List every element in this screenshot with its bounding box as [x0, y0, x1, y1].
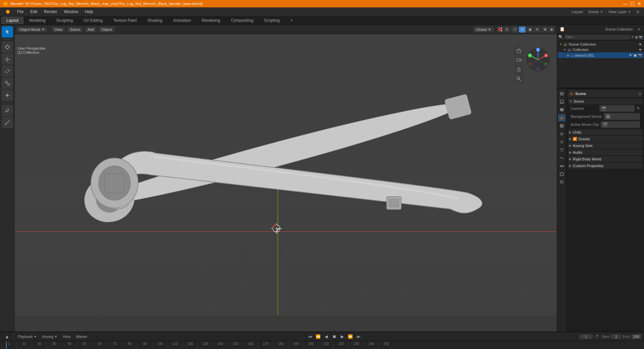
window-menu[interactable]: Window [61, 9, 81, 15]
global-orientation[interactable]: Global ▼ [473, 27, 494, 32]
minimize-btn[interactable]: — [623, 1, 628, 6]
step-back-btn[interactable]: ⏪ [315, 333, 322, 340]
wrench-eye[interactable]: 👁 [629, 53, 632, 57]
modifier-props-icon[interactable] [558, 138, 566, 146]
grid-canvas[interactable]: User Perspective (1) Collection [15, 34, 557, 332]
stop-btn[interactable]: ⏹ [331, 333, 338, 340]
scene-selector[interactable]: Scene ▼ [586, 10, 605, 14]
tool-transform[interactable] [2, 90, 13, 101]
keying-menu[interactable]: Keying ▼ [40, 334, 59, 339]
gravity-section-header[interactable]: ▶ Gravity [568, 136, 643, 142]
close-btn[interactable]: ✕ [637, 1, 641, 6]
outliner-view-icon[interactable]: 📋 [558, 26, 566, 33]
tool-measure[interactable] [2, 117, 13, 128]
tool-scale[interactable] [2, 78, 13, 89]
outliner-item-scene-collection[interactable]: ▼ 🗂 Scene Collection 👁 [558, 42, 643, 47]
rigid-body-section-header[interactable]: ▶ Rigid Body World [568, 156, 643, 162]
tab-animation[interactable]: Animation [168, 17, 196, 24]
jump-end-btn[interactable]: ⏭ [355, 333, 362, 340]
timeline-expand-icon[interactable]: ▲ [3, 334, 11, 340]
solid-shading-btn[interactable]: ● [519, 27, 526, 33]
wrench-select[interactable]: ▣ [634, 53, 637, 57]
physics-props-icon[interactable] [558, 154, 566, 162]
filter-icon[interactable]: ≡ [635, 26, 643, 33]
outliner-item-wrench[interactable]: ▶ △ wrench.001 👁 ▣ 📷 [558, 52, 643, 58]
material-shading-btn[interactable]: ◑ [526, 27, 533, 33]
scene-dropdown-icon[interactable]: ▼ [600, 10, 603, 13]
step-forward-btn[interactable]: ⏩ [347, 333, 354, 340]
playback-menu[interactable]: Playback ▼ [16, 334, 39, 339]
object-props-icon[interactable] [558, 130, 566, 138]
tab-modeling[interactable]: Modeling [24, 17, 51, 24]
edit-menu[interactable]: Edit [28, 9, 40, 15]
units-section-header[interactable]: ▶ Units [568, 129, 643, 135]
search-btn[interactable] [515, 74, 523, 83]
scene-section-header[interactable]: ▼ Scene [568, 98, 643, 104]
select-menu-btn[interactable]: Select [67, 27, 83, 32]
tool-annotate[interactable] [2, 105, 13, 116]
audio-section-header[interactable]: ▶ Audio [568, 149, 643, 155]
data-props-icon[interactable] [558, 170, 566, 178]
bg-scene-value[interactable]: 🗂 [604, 113, 640, 120]
maximize-btn[interactable]: ☐ [630, 1, 635, 6]
camera-edit-icon[interactable]: ✎ [637, 106, 640, 111]
clock-icon[interactable]: ⏱ [594, 334, 600, 340]
tab-texture-paint[interactable]: Texture Paint [108, 17, 142, 24]
object-mode-selector[interactable]: Object Mode ▼ [17, 27, 47, 32]
particles-props-icon[interactable] [558, 146, 566, 154]
tab-rendering[interactable]: Rendering [197, 17, 225, 24]
play-reverse-btn[interactable]: ◀ [323, 333, 330, 340]
collection-eye[interactable]: 👁 [639, 48, 642, 52]
movie-clip-value[interactable]: 🎬 [601, 121, 640, 128]
end-frame-input[interactable]: 250 [631, 334, 641, 339]
xray-toggle[interactable]: ◈ [549, 27, 555, 33]
wrench-render[interactable]: 📷 [638, 53, 642, 57]
mode-dropdown[interactable]: ▼ [42, 28, 45, 31]
tool-cursor[interactable] [2, 41, 13, 53]
scene-collection-eye[interactable]: 👁 [639, 43, 642, 46]
tab-scripting[interactable]: Scripting [259, 17, 285, 24]
snap-icon[interactable]: 🧲 [497, 27, 503, 33]
file-menu[interactable]: File [14, 9, 26, 15]
output-props-icon[interactable] [558, 98, 566, 105]
tab-add-new[interactable]: + [285, 17, 298, 24]
wireframe-shading-btn[interactable]: ⬡ [512, 27, 518, 33]
constraints-props-icon[interactable] [558, 162, 566, 170]
start-frame-input[interactable]: 1 [611, 334, 621, 339]
view-layer-dropdown-icon[interactable]: ▼ [628, 10, 631, 13]
world-props-icon[interactable] [558, 122, 566, 130]
proportional-edit-icon[interactable]: ⊙ [504, 27, 510, 33]
outliner-search-input[interactable] [565, 35, 630, 39]
tab-uv-editing[interactable]: UV Editing [78, 17, 108, 24]
tab-sculpting[interactable]: Sculpting [51, 17, 78, 24]
blender-menu[interactable]: 🔶 [3, 9, 13, 15]
tab-shading[interactable]: Shading [143, 17, 167, 24]
rendered-shading-btn[interactable]: ☀ [534, 27, 540, 33]
keying-section-header[interactable]: ▶ Keying Sets [568, 143, 643, 149]
render-props-icon[interactable] [558, 90, 566, 97]
marker-menu[interactable]: Marker [74, 334, 90, 339]
play-btn[interactable]: ▶ [339, 333, 346, 340]
current-frame-input[interactable]: 1 [579, 334, 593, 339]
tool-select[interactable] [2, 26, 13, 38]
view-menu-btn[interactable]: View [52, 27, 65, 32]
select-filter-icon[interactable]: ▣ [635, 35, 638, 39]
render-filter-icon[interactable]: 📷 [639, 35, 643, 39]
camera-value[interactable]: 📷 [599, 105, 635, 112]
eye-filter-icon[interactable]: 👁 [631, 35, 634, 39]
render-menu[interactable]: Render [41, 9, 60, 15]
gravity-checkbox[interactable] [573, 137, 577, 141]
camera-view-btn[interactable] [515, 56, 523, 64]
object-menu-btn[interactable]: Object [99, 27, 115, 32]
timeline-view-menu[interactable]: View [61, 334, 73, 339]
view-layer-selector[interactable]: View Layer ▼ [606, 10, 633, 14]
tool-move[interactable] [2, 53, 13, 65]
material-props-icon[interactable] [558, 179, 566, 186]
outliner-item-collection[interactable]: ▼ 🗂 Collection 👁 [558, 47, 643, 52]
new-workspace-icon[interactable]: ⊕ [636, 10, 639, 14]
viewlayer-props-icon[interactable] [558, 106, 566, 113]
tool-rotate[interactable] [2, 65, 13, 77]
jump-start-btn[interactable]: ⏮ [307, 333, 314, 340]
tab-layout[interactable]: Layout [1, 17, 23, 24]
window-controls[interactable]: — ☐ ✕ [623, 1, 641, 6]
